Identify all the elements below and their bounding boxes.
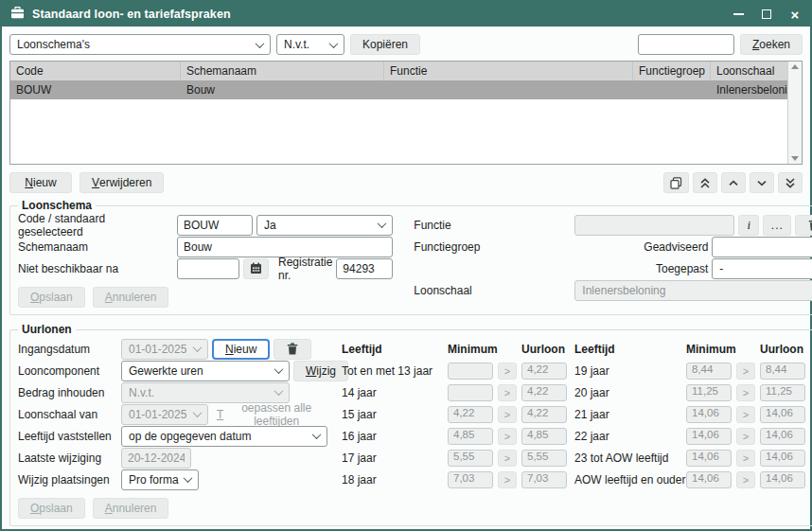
minimum-input: 14,06 (686, 406, 732, 423)
close-button[interactable]: × (788, 8, 802, 21)
registratie-input[interactable] (336, 258, 393, 279)
functie-input (574, 215, 734, 236)
copy-to-uurloon-icon: > (498, 471, 517, 488)
minimum-input: 11,25 (686, 384, 732, 401)
functie-label: Functie (414, 219, 571, 232)
column-header-schemanaam[interactable]: Schemanaam (181, 62, 384, 80)
column-header-functiegroep[interactable]: Functiegroep (633, 62, 711, 80)
verwijderen-button[interactable]: Verwijderen (79, 172, 164, 193)
schemanaam-input[interactable] (177, 237, 393, 257)
code-input[interactable] (177, 215, 253, 236)
chevron-down-icon (274, 364, 284, 374)
wijzig-plaatsingen-select[interactable]: Pro forma (121, 469, 199, 490)
age-label: 20 jaar (574, 386, 686, 399)
leeftijd-vaststellen-value: op de opgegeven datum (129, 430, 309, 443)
search-input[interactable] (638, 34, 734, 55)
code-label: Code / standaard geselecteerd (18, 212, 173, 239)
chevron-down-icon[interactable] (750, 172, 774, 193)
age-row: Tot en met 13 jaar>4,22 (342, 360, 567, 381)
copy-to-uurloon-icon: > (736, 471, 755, 488)
age-label: 14 jaar (342, 386, 448, 399)
loonschaal-van-select: 01-01-2025 (121, 404, 208, 425)
trash-icon[interactable] (795, 215, 812, 236)
info-icon[interactable]: i (738, 215, 759, 236)
functiegroep-label: Functiegroep (414, 240, 571, 254)
copy-to-uurloon-icon: > (736, 428, 755, 445)
age-row: 22 jaar14,06>14,06 (574, 425, 805, 447)
uurloon-input: 5,55 (521, 450, 567, 467)
age-label: 23 tot AOW leeftijd (574, 451, 686, 465)
minimize-button[interactable] (732, 8, 745, 21)
minimum-input: 14,06 (686, 428, 732, 445)
age-table-header: Leeftijd Minimum Uurloon (574, 338, 805, 360)
age-table-left: Leeftijd Minimum Uurloon Tot en met 13 j… (342, 338, 567, 520)
loonschaal-van-label: Loonschaal van (18, 408, 117, 421)
more-icon[interactable]: ... (763, 215, 791, 236)
age-label: 19 jaar (574, 364, 686, 378)
column-header-functie[interactable]: Functie (384, 62, 633, 80)
age-label: 18 jaar (342, 473, 448, 487)
kopieren-button[interactable]: Kopiëren (350, 34, 420, 55)
schema-table-body: BOUWBouwInlenersbeloning (10, 80, 802, 99)
laatste-wijziging-input (121, 448, 191, 469)
standaard-select[interactable]: Ja (256, 215, 393, 236)
copy-to-uurloon-icon: > (736, 384, 755, 401)
nieuw-schema-button[interactable]: Nieuw (9, 172, 72, 193)
loonschaal-select: Inlenersbeloning (574, 280, 812, 301)
uurloon-input: 14,06 (760, 450, 805, 467)
zoeken-button[interactable]: Zoeken (740, 34, 803, 55)
wijzig-button[interactable]: Wijzig (293, 361, 348, 381)
chevron-down-icon (193, 343, 203, 352)
loonschema-legend: Loonschema (18, 199, 96, 212)
leeftijd-vaststellen-label: Leeftijd vaststellen (18, 430, 117, 443)
uurloon-header: Uurloon (521, 343, 567, 356)
table-cell-code: BOUW (10, 83, 181, 97)
list-actions: Nieuw Verwijderen (9, 172, 803, 193)
age-label: 21 jaar (574, 408, 686, 421)
nvt-select[interactable]: N.v.t. (276, 34, 344, 55)
chevron-double-down-icon[interactable] (778, 172, 803, 193)
schema-table: Code Schemanaam Functie Functiegroep Loo… (9, 61, 803, 165)
uurloon-input: 4,22 (521, 384, 567, 401)
niet-beschikbaar-input[interactable] (177, 258, 239, 279)
chevron-up-icon[interactable] (721, 172, 746, 193)
uurlonen-legend: Uurlonen (18, 323, 76, 336)
maximize-button[interactable] (760, 8, 773, 21)
table-scrollbar[interactable] (787, 62, 802, 164)
nvt-value: N.v.t. (284, 38, 327, 51)
age-row: 19 jaar8,44>8,44 (574, 360, 805, 381)
age-table-header: Leeftijd Minimum Uurloon (342, 338, 567, 360)
age-label: 22 jaar (574, 430, 686, 443)
uurloon-input: 4,22 (521, 406, 567, 423)
calendar-icon[interactable] (243, 258, 269, 279)
window-title: Standaard loon- en tariefafspraken (32, 8, 231, 21)
copy-to-uurloon-icon: > (736, 450, 755, 467)
minimum-input: 4,85 (448, 428, 493, 445)
minimum-input: 4,22 (448, 406, 493, 423)
age-label: 16 jaar (342, 430, 448, 443)
ingangsdatum-select: 01-01-2025 (121, 339, 208, 360)
scroll-up-icon[interactable] (791, 64, 799, 69)
ingangsdatum-label: Ingangsdatum (18, 343, 117, 356)
age-row: AOW leeftijd en ouder14,06>14,06 (574, 469, 805, 490)
copy-to-uurloon-icon: > (498, 450, 517, 467)
geadviseerd-input[interactable] (712, 237, 812, 257)
age-row: 23 tot AOW leeftijd14,06>14,06 (574, 447, 805, 469)
age-row: 15 jaar4,22>4,22 (342, 403, 567, 425)
looncomponent-select[interactable]: Gewerkte uren (121, 361, 290, 381)
nieuw-uurloon-button[interactable]: Nieuw (212, 339, 270, 360)
leeftijd-vaststellen-select[interactable]: op de opgegeven datum (121, 426, 327, 447)
minimum-input: 7,03 (448, 471, 493, 488)
column-header-code[interactable]: Code (10, 62, 181, 80)
uurloon-input: 4,85 (521, 428, 567, 445)
age-label: 17 jaar (342, 451, 448, 465)
loonschaal-label: Loonschaal (414, 284, 571, 297)
schema-type-select[interactable]: Loonschema's (9, 34, 271, 55)
table-row[interactable]: BOUWBouwInlenersbeloning (10, 80, 802, 99)
chevron-double-up-icon[interactable] (693, 172, 717, 193)
scroll-down-icon[interactable] (791, 156, 799, 161)
duplicate-icon[interactable] (663, 172, 689, 193)
toegepast-select[interactable]: - (712, 258, 812, 279)
trash-icon[interactable] (274, 339, 311, 360)
age-label: AOW leeftijd en ouder (574, 473, 686, 487)
